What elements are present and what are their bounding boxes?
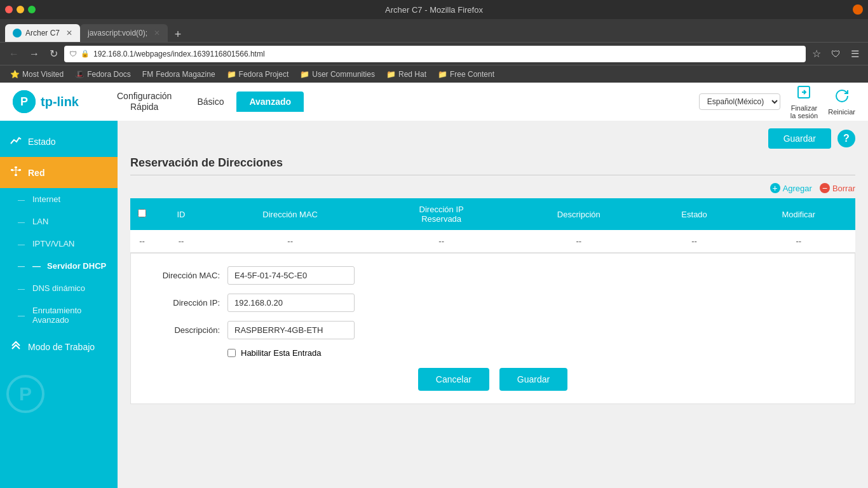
tab-close-javascript[interactable]: ✕ <box>154 29 160 37</box>
menu-button[interactable]: ☰ <box>847 46 863 62</box>
red-icon <box>10 166 22 179</box>
sidebar-subitem-iptv[interactable]: IPTV/VLAN <box>0 233 118 255</box>
bookmark-user-communities[interactable]: 📁 User Communities <box>295 68 380 81</box>
bookmark-fedora-project[interactable]: 📁 Fedora Project <box>222 68 294 81</box>
enable-entry-label: Habilitar Esta Entrada <box>241 348 321 358</box>
sidebar-label-estado: Estado <box>28 137 56 147</box>
dhcp-label: Servidor DHCP <box>47 261 106 271</box>
sidebar-subitem-servidor-dhcp[interactable]: — Servidor DHCP <box>0 255 118 277</box>
bookmark-most-visited[interactable]: ⭐ Most Visited <box>5 68 69 81</box>
tab-label-archer: Archer C7 <box>25 29 60 37</box>
row-ip: -- <box>372 230 511 253</box>
form-row-mac: Dirección MAC: <box>144 266 842 285</box>
svg-rect-7 <box>15 174 17 176</box>
ip-input[interactable] <box>227 294 355 312</box>
sidebar-subitem-enrutamiento[interactable]: Enrutamiento Avanzado <box>0 299 118 331</box>
tplink-watermark: P <box>0 375 118 415</box>
minimize-button[interactable] <box>17 6 24 13</box>
tab-javascript[interactable]: javascript:void(0); ✕ <box>80 24 168 42</box>
bookmarks-bar: ⭐ Most Visited 🎩 Fedora Docs FM Fedora M… <box>0 65 868 83</box>
tab-basico[interactable]: Básico <box>184 92 236 112</box>
help-button[interactable]: ? <box>837 130 855 147</box>
reiniciar-label: Reiniciar <box>828 108 855 116</box>
bookmark-label-fedora-docs: Fedora Docs <box>87 70 131 79</box>
bookmark-fedora-magazine[interactable]: FM Fedora Magazine <box>137 68 220 81</box>
firefox-logo <box>853 4 863 15</box>
tab-close-archer[interactable]: ✕ <box>66 29 72 37</box>
sidebar-item-modo-trabajo[interactable]: Modo de Trabajo <box>0 331 118 362</box>
svg-text:P: P <box>20 95 28 108</box>
delete-button[interactable]: − Borrar <box>820 183 855 193</box>
mac-input[interactable] <box>227 266 355 285</box>
tab-configuracion-rapida[interactable]: Configuración Rápida <box>104 86 184 118</box>
dns-label: DNS dinámico <box>32 283 85 293</box>
sidebar-subitem-dns[interactable]: DNS dinámico <box>0 277 118 299</box>
enable-entry-checkbox[interactable] <box>227 349 236 357</box>
row-status: -- <box>647 230 742 253</box>
save-button-form[interactable]: Guardar <box>499 368 567 391</box>
sidebar-item-estado[interactable]: Estado <box>0 126 118 157</box>
internet-label: Internet <box>32 194 60 204</box>
select-all-checkbox[interactable] <box>138 209 146 217</box>
panel-header: Guardar ? <box>118 121 868 156</box>
cancel-button[interactable]: Cancelar <box>418 368 489 391</box>
forward-button[interactable]: → <box>25 46 43 62</box>
router-body: Estado Red Int <box>0 121 868 488</box>
fedora-magazine-icon: FM <box>142 70 153 79</box>
tab-archer[interactable]: Archer C7 ✕ <box>5 24 80 42</box>
estado-icon <box>10 135 22 148</box>
row-checkbox-cell: -- <box>130 230 154 253</box>
bookmark-star-button[interactable]: ☆ <box>808 45 825 62</box>
row-modify: -- <box>742 230 855 253</box>
tab-bar: Archer C7 ✕ javascript:void(0); ✕ + <box>0 19 868 42</box>
add-icon: + <box>770 183 780 193</box>
logo-icon: P <box>13 90 36 113</box>
tplink-logo: P tp-link <box>13 90 79 113</box>
window-title: Archer C7 - Mozilla Firefox <box>385 5 483 15</box>
ip-label: Dirección IP: <box>144 298 220 308</box>
reiniciar-button[interactable]: Reiniciar <box>828 88 855 116</box>
logo-text: tp-link <box>41 95 79 109</box>
router-nav-right: Español(México) Finalizar la sesión <box>699 85 855 119</box>
table-row: -- -- -- -- -- -- -- <box>130 230 855 253</box>
finalizar-sesion-button[interactable]: Finalizar la sesión <box>790 85 818 119</box>
tab-avanzado[interactable]: Avanzado <box>236 92 304 112</box>
bookmark-free-content[interactable]: 📁 Free Content <box>433 68 499 81</box>
navbar: ← → ↻ 🛡 🔒 192.168.0.1/webpages/index.163… <box>0 42 868 65</box>
finalizar-label: Finalizar la sesión <box>790 104 818 119</box>
window-controls <box>5 6 36 13</box>
sidebar-item-red[interactable]: Red <box>0 157 118 188</box>
shield-button[interactable]: 🛡 <box>827 46 844 62</box>
svg-rect-5 <box>15 166 17 168</box>
add-button[interactable]: + Agregar <box>770 183 812 193</box>
url-bar[interactable]: 🛡 🔒 192.168.0.1/webpages/index.163911680… <box>64 46 806 62</box>
row-id: -- <box>154 230 208 253</box>
language-selector[interactable]: Español(México) <box>699 93 780 110</box>
form-checkbox-row: Habilitar Esta Entrada <box>144 348 842 358</box>
sidebar-subitem-internet[interactable]: Internet <box>0 188 118 210</box>
mac-label: Dirección MAC: <box>144 271 220 280</box>
form-actions: Cancelar Guardar <box>144 368 842 391</box>
header-modify: Modificar <box>742 198 855 230</box>
header-desc: Descripción <box>511 198 647 230</box>
bookmark-label-user-communities: User Communities <box>312 70 375 79</box>
row-mac: -- <box>208 230 372 253</box>
firefox-icon <box>853 4 863 15</box>
maximize-button[interactable] <box>28 6 36 13</box>
sidebar-label-red: Red <box>28 168 44 178</box>
router-page: P tp-link Configuración Rápida Básico Av… <box>0 83 868 488</box>
sidebar-subitem-lan[interactable]: LAN <box>0 210 118 233</box>
svg-text:P: P <box>19 383 32 404</box>
close-button[interactable] <box>5 6 13 13</box>
fedora-docs-icon: 🎩 <box>75 70 85 79</box>
save-button-top[interactable]: Guardar <box>768 128 831 149</box>
router-nav-tabs: Configuración Rápida Básico Avanzado <box>104 86 699 118</box>
new-tab-button[interactable]: + <box>170 27 186 42</box>
lock-icon: 🔒 <box>81 50 90 58</box>
bookmark-red-hat[interactable]: 📁 Red Hat <box>381 68 431 81</box>
bookmark-fedora-docs[interactable]: 🎩 Fedora Docs <box>70 68 136 81</box>
desc-input[interactable] <box>227 321 355 339</box>
delete-icon: − <box>820 183 830 193</box>
back-button[interactable]: ← <box>5 46 23 62</box>
refresh-button[interactable]: ↻ <box>46 45 62 62</box>
